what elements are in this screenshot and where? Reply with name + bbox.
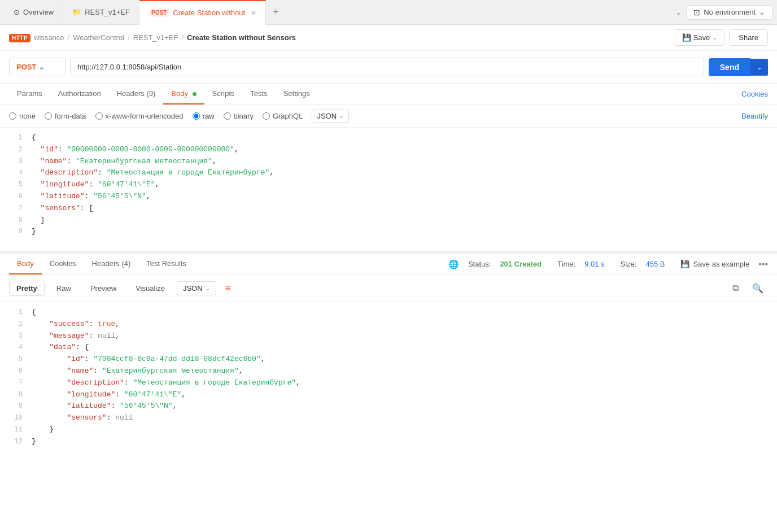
response-right-icons: ⧉ 🔍 — [728, 280, 768, 296]
tab-overview[interactable]: ⊙ Overview — [5, 0, 63, 25]
env-chevron-icon: ⌄ — [759, 8, 765, 16]
request-body-editor[interactable]: 1 { 2 "id": "00000000-0000-0000-0000-000… — [0, 128, 777, 252]
res-view-raw[interactable]: Raw — [49, 281, 78, 296]
req-line-6: 6 "latitude": "56°45'5\"N", — [0, 191, 777, 203]
res-view-preview[interactable]: Preview — [83, 281, 124, 296]
res-line-2: 2 "success": true, — [0, 319, 777, 330]
req-line-9: 9 } — [0, 226, 777, 238]
send-button[interactable]: Send — [709, 58, 750, 76]
res-line-6: 6 "name": "Екатеринбургская метеостанция… — [0, 365, 777, 377]
radio-urlencoded[interactable]: x-www-form-urlencoded — [95, 112, 184, 120]
res-tab-test-results[interactable]: Test Results — [138, 254, 194, 274]
res-cookies-label: Cookies — [50, 259, 76, 268]
tab-bar-right: ⌄ ⊡ No environment ⌄ — [675, 5, 772, 20]
breadcrumb: HTTP wissance / WeatherControl / REST_v1… — [0, 25, 777, 51]
req-line-5: 5 "longitude": "60°47'41\"E", — [0, 179, 777, 191]
url-input[interactable] — [70, 58, 704, 76]
tab-scripts[interactable]: Scripts — [204, 84, 243, 104]
copy-icon[interactable]: ⧉ — [728, 280, 743, 296]
res-line-10: 10 "sensors": null — [0, 412, 777, 424]
wrap-icon-button[interactable]: ≡ — [221, 280, 236, 297]
save-chevron-icon[interactable]: ⌄ — [712, 34, 717, 41]
response-meta: 🌐 Status: 201 Created Time: 9.01 s Size:… — [448, 259, 768, 269]
tab-headers[interactable]: Headers (9) — [109, 84, 164, 104]
radio-raw[interactable]: raw — [193, 112, 215, 120]
raw-label: Raw — [56, 284, 71, 293]
tab-rest-label: REST_v1+EF — [85, 8, 130, 16]
body-label: Body — [171, 89, 188, 98]
res-headers-label: Headers (4) — [92, 259, 131, 268]
tab-tests[interactable]: Tests — [242, 84, 275, 104]
beautify-button[interactable]: Beautify — [741, 112, 768, 120]
headers-label: Headers (9) — [117, 89, 156, 98]
pretty-label: Pretty — [16, 284, 37, 293]
res-line-4: 4 "data": { — [0, 342, 777, 354]
time-value: 9.01 s — [584, 260, 604, 268]
save-icon: 💾 — [682, 33, 691, 42]
share-button[interactable]: Share — [729, 29, 768, 46]
breadcrumb-sep-2: / — [128, 33, 130, 42]
send-dropdown-button[interactable]: ⌄ — [750, 59, 768, 76]
breadcrumb-wissance[interactable]: wissance — [34, 33, 64, 42]
format-label: JSON — [317, 112, 337, 120]
cookies-button[interactable]: Cookies — [741, 90, 768, 98]
save-as-example-button[interactable]: 💾 Save as example — [680, 260, 749, 268]
breadcrumb-current: Create Station without Sensors — [187, 33, 296, 42]
res-line-8: 8 "longitude": "60°47'41\"E", — [0, 389, 777, 401]
breadcrumb-rest[interactable]: REST_v1+EF — [133, 33, 178, 42]
method-select[interactable]: POST ⌄ — [9, 58, 66, 76]
url-bar: POST ⌄ Send ⌄ — [0, 51, 777, 84]
save-example-icon: 💾 — [680, 260, 689, 268]
format-chevron-icon: ⌄ — [339, 112, 344, 120]
send-button-group: Send ⌄ — [709, 58, 768, 76]
res-body-label: Body — [17, 259, 34, 268]
visualize-label: Visualize — [136, 284, 165, 293]
res-tab-cookies[interactable]: Cookies — [42, 254, 84, 274]
response-section: Body Cookies Headers (4) Test Results 🌐 … — [0, 252, 777, 452]
no-env-label: No environment — [704, 8, 756, 16]
tab-rest[interactable]: 📁 REST_v1+EF — [63, 0, 139, 25]
res-format-selector[interactable]: JSON ⌄ — [177, 281, 216, 295]
tab-authorization[interactable]: Authorization — [50, 84, 109, 104]
overview-icon: ⊙ — [14, 8, 20, 16]
radio-graphql[interactable]: GraphQL — [263, 112, 303, 120]
new-tab-button[interactable]: + — [266, 6, 286, 18]
res-tab-headers[interactable]: Headers (4) — [84, 254, 139, 274]
tab-params[interactable]: Params — [9, 84, 50, 104]
http-badge: HTTP — [9, 33, 30, 42]
radio-none[interactable]: none — [9, 112, 36, 120]
res-format-chevron-icon: ⌄ — [205, 285, 210, 292]
search-icon[interactable]: 🔍 — [748, 280, 768, 296]
res-line-1: 1 { — [0, 307, 777, 319]
folder-icon: 📁 — [72, 8, 81, 16]
req-line-7: 7 "sensors": [ — [0, 203, 777, 215]
radio-binary[interactable]: binary — [224, 112, 254, 120]
more-options-button[interactable]: ••• — [758, 259, 768, 269]
preview-label: Preview — [90, 284, 116, 293]
req-line-2: 2 "id": "00000000-0000-0000-0000-0000000… — [0, 144, 777, 156]
tab-create-station[interactable]: POST Create Station without ✕ — [139, 0, 266, 25]
tab-settings[interactable]: Settings — [276, 84, 318, 104]
res-view-visualize[interactable]: Visualize — [128, 281, 172, 296]
breadcrumb-weathercontrol[interactable]: WeatherControl — [73, 33, 124, 42]
res-line-11: 11 } — [0, 424, 777, 436]
scripts-label: Scripts — [212, 89, 235, 98]
res-view-pretty[interactable]: Pretty — [9, 281, 45, 296]
tab-body[interactable]: Body — [163, 84, 204, 104]
save-button[interactable]: 💾 Save ⌄ — [675, 29, 725, 46]
status-label: Status: — [468, 260, 491, 268]
params-label: Params — [17, 89, 42, 98]
res-test-label: Test Results — [146, 259, 186, 268]
close-icon[interactable]: ✕ — [251, 9, 256, 17]
format-selector[interactable]: JSON ⌄ — [312, 110, 349, 123]
req-line-1: 1 { — [0, 132, 777, 144]
environment-selector[interactable]: ⊡ No environment ⌄ — [686, 5, 772, 20]
method-badge-tab: POST — [149, 8, 169, 17]
method-value: POST — [16, 63, 36, 71]
radio-form-data[interactable]: form-data — [45, 112, 86, 120]
request-tabs: Params Authorization Headers (9) Body Sc… — [0, 84, 777, 105]
chevron-down-icon[interactable]: ⌄ — [675, 8, 682, 16]
res-tab-body[interactable]: Body — [9, 254, 42, 274]
tab-bar: ⊙ Overview 📁 REST_v1+EF POST Create Stat… — [0, 0, 777, 25]
res-format-label: JSON — [183, 284, 203, 293]
